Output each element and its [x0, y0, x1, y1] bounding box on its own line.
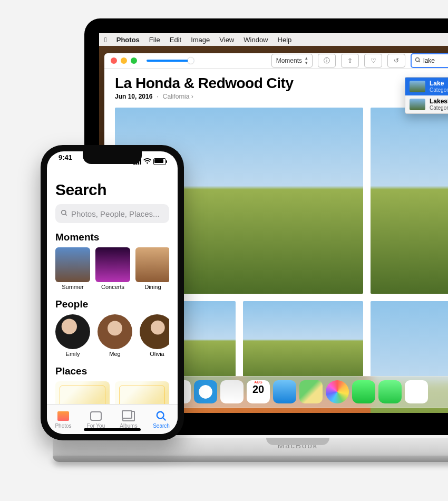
menubar-item-file[interactable]: File	[149, 36, 160, 44]
view-mode-label: Moments	[276, 57, 302, 64]
menubar-item-help[interactable]: Help	[278, 36, 292, 44]
svg-point-4	[157, 411, 164, 418]
for-you-icon	[90, 411, 102, 421]
wifi-icon	[143, 158, 151, 166]
moment-thumbnail	[135, 247, 169, 282]
moment-item[interactable]: Dining	[135, 247, 169, 290]
chevron-updown-icon: ▴▾	[305, 56, 308, 65]
search-suggestion-item[interactable]: Lakeshore Category	[405, 95, 448, 113]
moment-item[interactable]: Concerts	[95, 247, 130, 290]
dock-safari-icon[interactable]	[194, 380, 217, 403]
search-icon	[154, 410, 168, 422]
person-label: Olivia	[140, 351, 169, 357]
thumbnail-size-slider[interactable]	[147, 60, 194, 62]
suggestion-thumbnail	[410, 81, 425, 92]
svg-point-2	[62, 210, 66, 214]
info-button[interactable]: ⓘ	[318, 54, 336, 68]
suggestion-title: Lakeshore	[430, 98, 448, 105]
menubar-item-edit[interactable]: Edit	[170, 36, 181, 44]
suggestion-subtitle: Category	[430, 105, 448, 111]
search-icon	[415, 57, 421, 65]
menubar-item-image[interactable]: Image	[191, 36, 210, 44]
dock-calendar-icon[interactable]: AUG 20	[247, 380, 270, 403]
macbook-label: MacBook	[53, 438, 448, 456]
moment-thumbnail	[95, 247, 130, 282]
home-indicator[interactable]	[84, 428, 141, 431]
view-mode-select[interactable]: Moments ▴▾	[271, 54, 313, 68]
dock-maps-icon[interactable]	[299, 380, 323, 403]
iphone-content: Search Photos, People, Places... Moments…	[47, 151, 178, 418]
apple-menu-icon[interactable]: 	[104, 36, 107, 44]
section-title-places: Places	[55, 365, 169, 377]
search-value: lake	[423, 57, 435, 64]
status-time: 9:41	[59, 153, 72, 169]
battery-icon	[153, 158, 166, 165]
dock-photos-icon[interactable]	[326, 380, 349, 403]
section-title-moments: Moments	[55, 232, 169, 243]
minimize-button[interactable]	[121, 57, 127, 64]
person-avatar	[55, 314, 90, 349]
tab-photos[interactable]: Photos	[47, 404, 80, 434]
tab-search[interactable]: Search	[145, 404, 178, 434]
suggestion-title: Lake	[430, 80, 448, 87]
person-item[interactable]: Olivia	[140, 314, 169, 357]
albums-icon	[122, 411, 135, 421]
photos-icon	[57, 411, 69, 421]
menubar-item-window[interactable]: Window	[244, 36, 268, 44]
search-suggestion-item[interactable]: Lake Category	[405, 78, 448, 95]
svg-line-3	[65, 214, 67, 215]
moment-location[interactable]: California ›	[163, 93, 193, 100]
moment-thumbnail	[55, 247, 90, 282]
menubar-item-view[interactable]: View	[219, 36, 234, 44]
iphone-notch	[83, 151, 142, 164]
moment-date: Jun 10, 2016	[115, 93, 152, 100]
moments-row: Summer Concerts Dining	[55, 247, 169, 290]
suggestion-thumbnail	[410, 99, 425, 110]
window-controls	[111, 57, 137, 64]
dock-facetime-icon[interactable]	[378, 380, 402, 403]
svg-point-0	[416, 57, 420, 61]
rotate-button[interactable]: ↺	[387, 54, 405, 68]
close-button[interactable]	[111, 57, 117, 64]
search-field[interactable]: lake ×	[411, 53, 448, 68]
search-icon	[61, 209, 68, 218]
people-row: Emily Meg Olivia	[55, 314, 169, 357]
dock-messages-icon[interactable]	[352, 380, 375, 403]
search-suggestions: Lake Category Lakeshore Category	[405, 77, 448, 114]
photo-thumbnail[interactable]	[371, 108, 448, 294]
suggestion-subtitle: Category	[430, 87, 448, 93]
moment-item[interactable]: Summer	[55, 247, 90, 290]
zoom-button[interactable]	[131, 57, 137, 64]
moment-title: La Honda & Redwood City	[115, 75, 448, 92]
person-label: Emily	[55, 351, 90, 357]
dock-mail-icon[interactable]	[220, 380, 244, 403]
search-input[interactable]: Photos, People, Places...	[55, 204, 169, 223]
share-button[interactable]: ⇧	[341, 54, 359, 68]
iphone-screen: 9:41 Search Photos, People, Places... Mo…	[47, 151, 178, 434]
section-title-people: People	[55, 298, 169, 310]
search-placeholder: Photos, People, Places...	[71, 209, 160, 218]
person-avatar	[140, 314, 169, 349]
dock-icloud-icon[interactable]	[273, 380, 296, 403]
svg-line-5	[163, 417, 166, 420]
dock-numbers-icon[interactable]	[405, 380, 428, 403]
page-title: Search	[55, 181, 169, 199]
menubar-app-name[interactable]: Photos	[116, 36, 140, 44]
person-avatar	[98, 314, 132, 349]
macbook-base: MacBook	[53, 438, 448, 468]
moment-meta: Jun 10, 2016 · California ›	[115, 93, 448, 100]
dot-separator: ·	[157, 93, 158, 100]
macos-menubar:  Photos File Edit Image View Window Hel…	[99, 33, 448, 46]
moment-label: Dining	[135, 284, 169, 290]
photos-toolbar: Moments ▴▾ ⓘ ⇧ ♡ ↺ lake ×	[104, 53, 448, 69]
moment-label: Summer	[55, 284, 90, 290]
person-label: Meg	[98, 351, 132, 357]
iphone: 9:41 Search Photos, People, Places... Mo…	[41, 145, 184, 440]
person-item[interactable]: Meg	[98, 314, 132, 357]
person-item[interactable]: Emily	[55, 314, 90, 357]
moment-label: Concerts	[95, 284, 130, 290]
favorite-button[interactable]: ♡	[364, 54, 382, 68]
svg-line-1	[419, 61, 421, 62]
